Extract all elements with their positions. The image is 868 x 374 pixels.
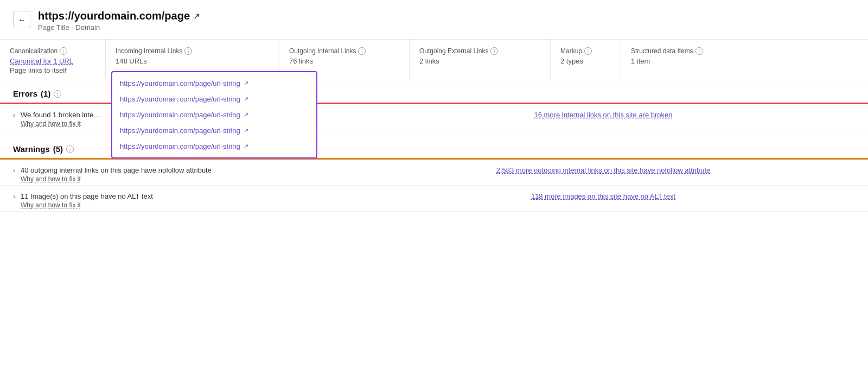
back-icon: ← xyxy=(18,16,25,24)
warning-content-1: 40 outgoing internal links on this page … xyxy=(21,166,346,183)
back-button[interactable]: ← xyxy=(13,11,30,28)
markup-label: Markup i xyxy=(560,47,611,55)
canonicalization-info-icon[interactable]: i xyxy=(60,47,67,55)
errors-info-icon[interactable]: i xyxy=(54,90,61,98)
dropdown-url-5-text: https://yourdomain.com/page/url-string xyxy=(120,142,240,150)
outgoing-int-info-icon[interactable]: i xyxy=(358,47,366,55)
dropdown-url-2-text: https://yourdomain.com/page/url-string xyxy=(120,95,240,103)
outgoing-ext-label: Outgoing External Links i xyxy=(419,47,540,55)
markup-info-icon[interactable]: i xyxy=(584,47,592,55)
incoming-links-label: Incoming Internal Links i xyxy=(116,47,269,55)
canonical-static-text: Page links to itself xyxy=(10,66,95,74)
outgoing-ext-col: Outgoing External Links i 2 links xyxy=(410,40,551,80)
dropdown-url-3[interactable]: https://yourdomain.com/page/url-string ↗ xyxy=(112,107,316,123)
url-text: https://yourdomain.com/page xyxy=(38,10,190,22)
warning-more-link-2[interactable]: 118 more images on this site have no ALT… xyxy=(531,192,675,200)
dropdown-url-3-text: https://yourdomain.com/page/url-string xyxy=(120,111,240,119)
dropdown-url-1-text: https://yourdomain.com/page/url-string xyxy=(120,79,240,87)
warning-row-1: › 40 outgoing internal links on this pag… xyxy=(0,160,868,186)
outgoing-ext-value: 2 links xyxy=(419,57,540,65)
markup-label-text: Markup xyxy=(560,47,582,55)
error-right-1: 16 more internal links on this site are … xyxy=(352,111,855,119)
warning-content-2: 11 Image(s) on this page have no ALT tex… xyxy=(21,192,346,209)
warning-fix-link-1[interactable]: Why and how to fix it xyxy=(21,175,346,183)
dropdown-ext-icon-2: ↗ xyxy=(244,96,248,103)
warning-right-2: 118 more images on this site have no ALT… xyxy=(352,192,855,200)
canonicalization-label: Canonicalization i xyxy=(10,47,95,55)
canonicalization-label-text: Canonicalization xyxy=(10,47,58,55)
markup-col: Markup i 2 types xyxy=(551,40,621,80)
warnings-info-icon[interactable]: i xyxy=(66,145,74,153)
error-more-link-1[interactable]: 16 more internal links on this site are … xyxy=(534,111,672,119)
warnings-title: Warnings xyxy=(13,144,50,154)
dropdown-url-5[interactable]: https://yourdomain.com/page/url-string ↗ xyxy=(112,138,316,154)
incoming-label-text: Incoming Internal Links xyxy=(116,47,182,55)
structured-data-label-text: Structured data Items xyxy=(631,47,693,55)
warning-fix-link-2[interactable]: Why and how to fix it xyxy=(21,201,346,209)
canonicalization-col: Canonicalization i Canonical for 1 URL P… xyxy=(0,40,106,80)
warning-row-2: › 11 Image(s) on this page have no ALT t… xyxy=(0,186,868,212)
warning-text-2: 11 Image(s) on this page have no ALT tex… xyxy=(21,192,346,200)
warnings-count: (5) xyxy=(53,144,63,154)
page-url: https://yourdomain.com/page ↗ xyxy=(38,10,200,22)
errors-count: (1) xyxy=(41,89,50,98)
error-chevron-1[interactable]: › xyxy=(13,111,15,119)
dropdown-ext-icon-4: ↗ xyxy=(244,127,248,134)
canonical-url-link[interactable]: Canonical for 1 URL xyxy=(10,57,95,65)
warning-chevron-1[interactable]: › xyxy=(13,167,15,174)
structured-data-info-icon[interactable]: i xyxy=(695,47,703,55)
incoming-info-icon[interactable]: i xyxy=(184,47,192,55)
dropdown-url-2[interactable]: https://yourdomain.com/page/url-string ↗ xyxy=(112,91,316,107)
dropdown-ext-icon-5: ↗ xyxy=(244,143,248,150)
structured-data-value: 1 item xyxy=(631,57,858,65)
dropdown-ext-icon-1: ↗ xyxy=(244,80,248,87)
errors-title: Errors xyxy=(13,89,37,98)
warning-chevron-2[interactable]: › xyxy=(13,193,15,200)
structured-data-col: Structured data Items i 1 item xyxy=(621,40,868,80)
dropdown-ext-icon-3: ↗ xyxy=(244,111,248,118)
warning-text-1: 40 outgoing internal links on this page … xyxy=(21,166,346,174)
header-title-block: https://yourdomain.com/page ↗ Page Title… xyxy=(38,10,200,31)
metrics-row: Canonicalization i Canonical for 1 URL P… xyxy=(0,40,868,80)
structured-data-label: Structured data Items i xyxy=(631,47,858,55)
outgoing-int-label: Outgoing Internal Links i xyxy=(289,47,399,55)
markup-value: 2 types xyxy=(560,57,611,65)
incoming-links-value: 148 URLs xyxy=(116,57,269,65)
warning-right-1: 2,583 more outgoing internal links on th… xyxy=(352,166,855,174)
incoming-links-col: Incoming Internal Links i 148 URLs https… xyxy=(106,40,279,80)
outgoing-int-value: 76 links xyxy=(289,57,399,65)
dropdown-url-4[interactable]: https://yourdomain.com/page/url-string ↗ xyxy=(112,123,316,138)
dropdown-url-4-text: https://yourdomain.com/page/url-string xyxy=(120,126,240,135)
page-subtitle: Page Title - Domain xyxy=(38,23,200,31)
warning-more-link-1[interactable]: 2,583 more outgoing internal links on th… xyxy=(496,166,711,174)
page-header: ← https://yourdomain.com/page ↗ Page Tit… xyxy=(0,0,868,40)
url-dropdown: https://yourdomain.com/page/url-string ↗… xyxy=(111,71,317,159)
outgoing-ext-label-text: Outgoing External Links xyxy=(419,47,488,55)
external-link-icon[interactable]: ↗ xyxy=(193,11,200,21)
outgoing-int-label-text: Outgoing Internal Links xyxy=(289,47,356,55)
dropdown-url-1[interactable]: https://yourdomain.com/page/url-string ↗ xyxy=(112,75,316,91)
outgoing-ext-info-icon[interactable]: i xyxy=(490,47,498,55)
